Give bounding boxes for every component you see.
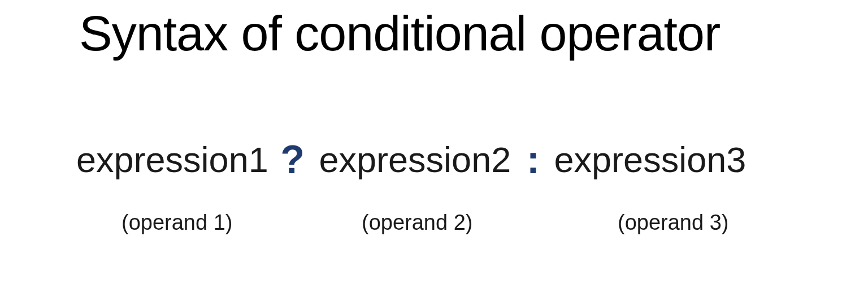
operand-2-label: (operand 2) [362,211,472,235]
operand-3-label: (operand 3) [618,211,728,235]
slide-title: Syntax of conditional operator [79,5,720,62]
colon-operator: : [527,138,540,182]
syntax-expression: expression1 ? expression2 : expression3 [76,136,746,181]
expression-3: expression3 [554,140,747,179]
question-mark-operator: ? [280,138,305,182]
operand-1-label: (operand 1) [121,211,232,235]
expression-1: expression1 [76,140,268,179]
expression-2: expression2 [319,140,511,179]
